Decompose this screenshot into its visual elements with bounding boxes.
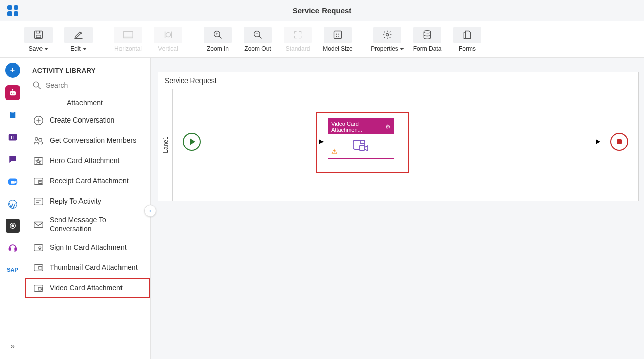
save-icon (33, 30, 44, 40)
send-message-icon (33, 219, 44, 230)
lane-header[interactable]: Lane1 (158, 89, 173, 201)
process-title[interactable]: Service Request (158, 72, 638, 89)
svg-text:I I: I I (11, 136, 14, 140)
svg-rect-22 (10, 112, 15, 118)
svg-rect-47 (34, 245, 43, 251)
activity-node[interactable]: Video Card Attachmen... ⚙ ⚠ (328, 118, 394, 159)
rail-wordpress-button[interactable] (5, 196, 20, 212)
svg-point-18 (11, 93, 12, 94)
chat-icon (8, 155, 17, 164)
canvas-area[interactable]: Service Request Lane1 Video Card Attachm… (151, 58, 644, 359)
task-icon: I I (7, 132, 18, 143)
svg-rect-30 (9, 248, 10, 250)
stop-icon (617, 139, 622, 144)
selected-node-highlight: Video Card Attachmen... ⚙ ⚠ (316, 112, 409, 173)
svg-point-37 (35, 138, 38, 141)
svg-rect-23 (11, 111, 14, 113)
search-icon (32, 81, 42, 90)
model-size-button[interactable]: Model Size (319, 24, 356, 55)
collapse-panel-button[interactable]: ‹ (144, 205, 156, 217)
chevron-down-icon (83, 48, 87, 50)
list-item[interactable]: Attachment (25, 96, 150, 110)
play-icon (190, 138, 195, 145)
list-item[interactable]: Create Conversation (25, 110, 150, 131)
svg-rect-50 (39, 266, 42, 269)
rail-target-button[interactable] (6, 219, 20, 233)
svg-rect-2 (124, 31, 133, 38)
headset-icon (8, 243, 18, 253)
end-node[interactable] (610, 133, 628, 151)
properties-button[interactable]: Properties (369, 24, 406, 55)
zoom-in-button[interactable]: Zoom In (199, 24, 236, 55)
target-icon (9, 222, 17, 230)
list-item[interactable]: Reply To Activity (25, 191, 150, 212)
svg-rect-1 (36, 35, 41, 37)
flow-edge[interactable] (201, 142, 324, 142)
rail-support-button[interactable] (5, 240, 20, 255)
chevron-down-icon (400, 48, 404, 50)
rail-chat-button[interactable] (5, 152, 20, 167)
wordpress-icon (8, 199, 18, 209)
standard-button: Standard (279, 24, 316, 55)
rail-add-button[interactable]: + (5, 63, 20, 78)
svg-rect-54 (359, 146, 365, 150)
rail-sap-button[interactable]: SAP (5, 262, 20, 277)
forms-button[interactable]: Forms (449, 24, 486, 55)
panel-title: ACTIVITY LIBRARY (25, 58, 150, 81)
horizontal-icon (123, 30, 134, 39)
flow-edge[interactable] (395, 142, 600, 142)
form-data-button[interactable]: Form Data (409, 24, 446, 55)
chevron-left-icon: ‹ (149, 207, 151, 214)
conversation-icon (33, 115, 44, 126)
camera-zoom-icon (7, 176, 18, 187)
start-node[interactable] (183, 133, 201, 151)
model-size-icon (333, 30, 343, 40)
svg-line-12 (259, 36, 262, 38)
vertical-button: Vertical (150, 24, 186, 55)
svg-point-15 (386, 33, 389, 36)
activity-library-panel: ACTIVITY LIBRARY Attachment Create Conve… (25, 58, 151, 359)
forms-icon (462, 30, 472, 40)
receipt-card-icon (33, 176, 44, 187)
rail-zoom-button[interactable] (5, 174, 20, 189)
rail-task-button[interactable]: I I (5, 130, 20, 145)
svg-rect-43 (34, 198, 43, 205)
rail-expand-button[interactable]: » (5, 339, 20, 354)
svg-point-19 (13, 93, 14, 94)
app-grid-icon (7, 5, 18, 16)
zoom-in-icon (213, 30, 223, 40)
signin-card-icon (33, 242, 44, 253)
list-item[interactable]: Send Message To Conversation (25, 212, 150, 237)
list-item[interactable]: Receipt Card Attachment (25, 171, 150, 191)
toolbar: Save Edit Horizontal Vertical Zoom In Zo… (0, 21, 644, 58)
rail-bot-button[interactable] (5, 85, 20, 100)
zoom-out-button[interactable]: Zoom Out (239, 24, 276, 55)
node-settings-button[interactable]: ⚙ (385, 123, 391, 130)
database-icon (422, 30, 432, 40)
list-item[interactable]: Hero Card Attachment (25, 151, 150, 171)
list-item[interactable]: Sign In Card Attachment (25, 237, 150, 258)
svg-rect-46 (34, 222, 43, 227)
page-title: Service Request (293, 6, 352, 15)
svg-point-38 (39, 138, 42, 141)
chevron-down-icon (44, 48, 48, 50)
svg-point-32 (33, 82, 39, 87)
svg-point-48 (39, 247, 41, 249)
rail-clipboard-button[interactable] (5, 107, 20, 123)
svg-point-21 (12, 89, 13, 90)
node-label: Video Card Attachmen... (331, 121, 385, 133)
hero-card-icon (33, 155, 44, 167)
app-menu-button[interactable] (0, 5, 25, 16)
search-input[interactable] (46, 81, 143, 89)
horizontal-button: Horizontal (110, 24, 146, 55)
svg-point-5 (166, 32, 170, 37)
bot-icon (8, 88, 17, 97)
list-item-video-card[interactable]: Video Card Attachment (25, 278, 150, 298)
clipboard-icon (8, 110, 17, 119)
save-button[interactable]: Save (20, 24, 57, 55)
svg-rect-31 (15, 248, 16, 250)
list-item[interactable]: Thumbnail Card Attachment (25, 258, 150, 278)
edit-button[interactable]: Edit (60, 24, 97, 55)
video-card-icon (33, 283, 44, 294)
list-item[interactable]: Get Conversation Members (25, 131, 150, 151)
